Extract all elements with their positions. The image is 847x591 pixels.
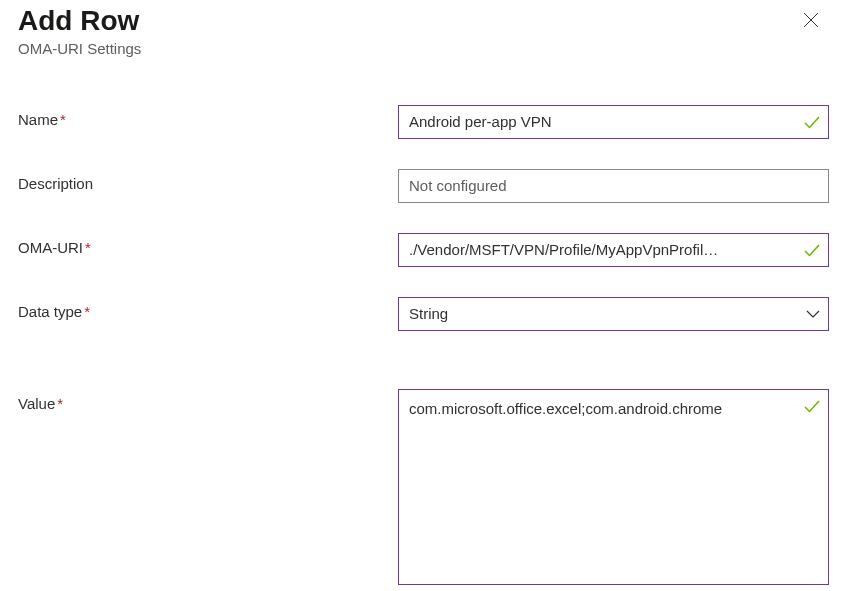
name-row: Name* <box>18 105 829 139</box>
required-indicator: * <box>60 111 66 128</box>
close-icon <box>803 12 819 32</box>
description-label: Description <box>18 169 398 192</box>
value-label: Value* <box>18 389 398 412</box>
value-control: com.microsoft.office.excel;com.android.c… <box>398 389 829 589</box>
oma-uri-label: OMA-URI* <box>18 233 398 256</box>
select-value: String <box>409 305 448 322</box>
label-text: OMA-URI <box>18 239 83 256</box>
data-type-select[interactable]: String <box>398 297 829 331</box>
data-type-control: String <box>398 297 829 331</box>
panel-title: Add Row <box>18 4 829 38</box>
description-input[interactable] <box>398 169 829 203</box>
value-textarea[interactable]: com.microsoft.office.excel;com.android.c… <box>398 389 829 585</box>
oma-uri-row: OMA-URI* <box>18 233 829 267</box>
required-indicator: * <box>85 239 91 256</box>
label-text: Description <box>18 175 93 192</box>
close-button[interactable] <box>799 10 823 34</box>
description-row: Description <box>18 169 829 203</box>
description-control <box>398 169 829 203</box>
name-control <box>398 105 829 139</box>
oma-uri-input[interactable] <box>398 233 829 267</box>
data-type-label: Data type* <box>18 297 398 320</box>
required-indicator: * <box>57 395 63 412</box>
name-input[interactable] <box>398 105 829 139</box>
data-type-row: Data type* String <box>18 297 829 331</box>
oma-uri-control <box>398 233 829 267</box>
panel-header: Add Row OMA-URI Settings <box>18 4 829 57</box>
add-row-panel: Add Row OMA-URI Settings Name* <box>0 0 847 591</box>
label-text: Data type <box>18 303 82 320</box>
panel-subtitle: OMA-URI Settings <box>18 40 829 57</box>
required-indicator: * <box>84 303 90 320</box>
name-label: Name* <box>18 105 398 128</box>
label-text: Name <box>18 111 58 128</box>
label-text: Value <box>18 395 55 412</box>
value-row: Value* com.microsoft.office.excel;com.an… <box>18 389 829 589</box>
